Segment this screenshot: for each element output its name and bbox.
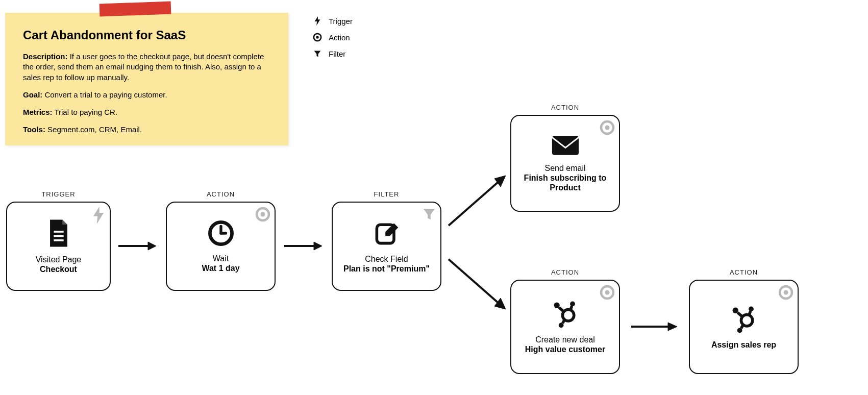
node-line1: Wait [213, 254, 229, 263]
arrow-icon [630, 320, 679, 333]
metrics-text: Trial to paying CR. [54, 108, 117, 116]
tools-text: Segment.com, CRM, Email. [47, 125, 142, 134]
clock-icon [207, 219, 235, 249]
sticky-metrics: Metrics: Trial to paying CR. [23, 107, 270, 117]
svg-line-20 [559, 307, 564, 312]
node-line1: Create new deal [535, 335, 595, 344]
sticky-tape [100, 2, 171, 17]
node-assign-rep[interactable]: ACTION Assign sales rep [689, 280, 799, 374]
legend-filter-label: Filter [329, 50, 345, 58]
node-line2: Finish subscribing to Product [515, 173, 615, 192]
svg-line-29 [737, 312, 743, 317]
sticky-goal: Goal: Convert a trial to a paying custom… [23, 90, 270, 100]
svg-point-19 [558, 323, 563, 328]
target-icon [600, 285, 615, 302]
desc-label: Description: [23, 52, 68, 61]
goal-label: Goal: [23, 90, 42, 99]
node-check-field[interactable]: FILTER Check Field Plan is not "Premium" [332, 202, 441, 291]
node-visited-page[interactable]: TRIGGER Visited Page Checkout [6, 202, 111, 291]
target-icon [255, 207, 270, 224]
legend-trigger: Trigger [312, 13, 353, 29]
target-icon [600, 120, 615, 137]
target-icon [778, 285, 793, 302]
svg-rect-13 [552, 136, 578, 155]
svg-point-6 [261, 212, 265, 217]
svg-rect-4 [54, 239, 63, 241]
node-create-deal[interactable]: ACTION Create new deal High value custom… [510, 280, 620, 374]
hubspot-icon [730, 305, 758, 335]
bolt-icon [91, 207, 106, 226]
arrow-icon [447, 255, 508, 311]
legend-action-label: Action [329, 33, 350, 42]
node-type-label: TRIGGER [41, 190, 75, 198]
sticky-title: Cart Abandonment for SaaS [23, 28, 270, 42]
svg-line-34 [449, 182, 499, 226]
node-line2: Plan is not "Premium" [343, 264, 430, 274]
arrow-icon [447, 174, 508, 230]
target-icon [312, 33, 323, 42]
node-type-label: ACTION [207, 190, 235, 198]
svg-point-24 [784, 290, 788, 295]
node-line2: Checkout [40, 264, 77, 274]
svg-point-18 [570, 301, 575, 306]
node-line2: Wat 1 day [202, 263, 239, 273]
sticky-note: Cart Abandonment for SaaS Description: I… [5, 13, 288, 145]
svg-line-35 [449, 259, 499, 303]
arrow-icon [283, 240, 324, 252]
node-wait[interactable]: ACTION Wait Wat 1 day [166, 202, 276, 291]
envelope-icon [551, 134, 580, 159]
svg-line-30 [749, 311, 750, 315]
svg-line-31 [741, 325, 743, 328]
hubspot-icon [551, 300, 580, 330]
node-line1: Visited Page [36, 255, 82, 264]
goal-text: Convert a trial to a paying customer. [45, 90, 167, 99]
svg-point-1 [316, 36, 318, 38]
metrics-label: Metrics: [23, 108, 53, 116]
legend-action: Action [312, 29, 353, 45]
isnot-word: is not [361, 264, 387, 273]
svg-line-21 [570, 306, 572, 310]
legend-filter: Filter [312, 45, 353, 62]
node-type-label: FILTER [374, 190, 400, 198]
funnel-icon [422, 207, 436, 223]
node-line2: High value customer [525, 344, 605, 354]
edit-icon [373, 219, 401, 250]
node-line1: Send email [544, 164, 585, 173]
sticky-description: Description: If a user goes to the check… [23, 52, 270, 83]
sticky-tools: Tools: Segment.com, CRM, Email. [23, 125, 270, 135]
document-icon [46, 218, 71, 250]
plan-word: Plan [343, 264, 361, 273]
node-send-email[interactable]: ACTION Send email Finish subscribing to … [510, 115, 620, 212]
svg-point-27 [749, 306, 754, 311]
node-type-label: ACTION [551, 268, 579, 276]
node-line1: Check Field [365, 255, 408, 264]
svg-point-15 [605, 290, 610, 295]
svg-line-22 [562, 319, 564, 323]
bolt-icon [312, 16, 323, 26]
funnel-icon [312, 50, 323, 58]
svg-point-26 [732, 307, 738, 313]
svg-point-28 [737, 328, 742, 333]
svg-point-12 [605, 126, 610, 130]
svg-rect-2 [54, 231, 63, 233]
legend: Trigger Action Filter [312, 13, 353, 62]
legend-trigger-label: Trigger [329, 17, 353, 26]
node-line1: Assign sales rep [711, 340, 776, 350]
tools-label: Tools: [23, 125, 45, 134]
svg-point-17 [554, 303, 559, 308]
svg-rect-3 [54, 235, 63, 237]
premium-word: "Premium" [387, 264, 430, 273]
arrow-icon [117, 240, 158, 252]
node-type-label: ACTION [551, 104, 579, 111]
node-type-label: ACTION [730, 268, 758, 276]
